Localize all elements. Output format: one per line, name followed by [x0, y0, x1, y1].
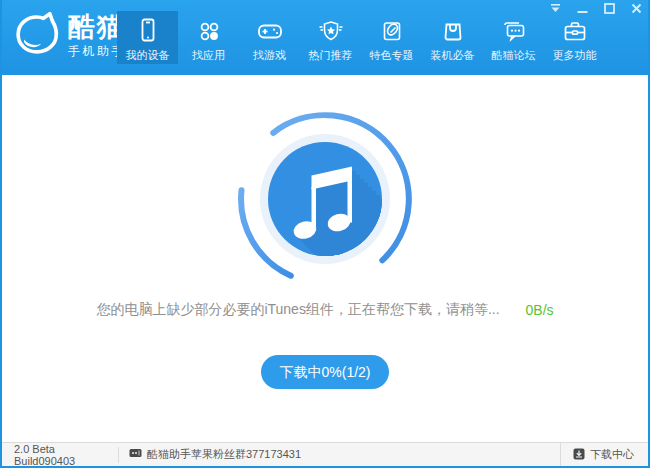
tab-forum[interactable]: 酷猫论坛 — [483, 11, 544, 64]
skin-menu-icon[interactable] — [549, 3, 561, 14]
tab-label: 找应用 — [192, 48, 225, 63]
group-chat-icon — [129, 448, 142, 461]
tab-label: 酷猫论坛 — [492, 48, 536, 63]
tab-label: 我的设备 — [126, 48, 170, 63]
app-logo: 酷猫 手机助手 — [14, 11, 126, 61]
tab-featured-topics[interactable]: 特色专题 — [361, 11, 422, 64]
qq-group-label: 酷猫助手苹果粉丝群377173431 — [147, 447, 301, 462]
tab-label: 特色专题 — [370, 48, 414, 63]
tab-label: 热门推荐 — [309, 48, 353, 63]
tab-label: 装机必备 — [431, 48, 475, 63]
tab-label: 更多功能 — [553, 48, 597, 63]
smartphone-icon — [136, 16, 160, 46]
itunes-download-spinner — [235, 109, 415, 289]
tab-more-features[interactable]: 更多功能 — [544, 11, 605, 64]
tab-essential-apps[interactable]: 装机必备 — [422, 11, 483, 64]
app-window: 酷猫 手机助手 我的设备 — [0, 0, 650, 468]
star-badge-icon — [318, 16, 344, 46]
qq-group-link[interactable]: 酷猫助手苹果粉丝群377173431 — [119, 447, 560, 462]
tab-my-device[interactable]: 我的设备 — [117, 11, 178, 64]
tab-find-apps[interactable]: 找应用 — [178, 11, 239, 64]
header: 酷猫 手机助手 我的设备 — [0, 0, 650, 75]
tab-hot-recommend[interactable]: 热门推荐 — [300, 11, 361, 64]
chat-bubbles-icon — [501, 16, 527, 46]
close-icon[interactable] — [630, 3, 642, 14]
status-bar: 2.0 Beta Build090403 酷猫助手苹果粉丝群377173431 … — [2, 442, 648, 466]
paperclip-note-icon — [380, 16, 404, 46]
window-controls — [549, 3, 642, 14]
cat-logo-icon — [14, 11, 60, 61]
version-label: 2.0 Beta Build090403 — [2, 443, 118, 467]
main-nav: 我的设备 找应用 — [117, 11, 605, 64]
tab-label: 找游戏 — [253, 48, 286, 63]
downloading-progress-button[interactable]: 下载中0%(1/2) — [261, 355, 388, 389]
apps-grid-icon — [197, 16, 221, 46]
download-speed: 0B/s — [526, 302, 554, 318]
maximize-icon[interactable] — [603, 3, 615, 14]
shopping-bag-icon — [441, 16, 465, 46]
briefcase-icon — [562, 16, 588, 46]
tab-find-games[interactable]: 找游戏 — [239, 11, 300, 64]
download-center-button[interactable]: 下载中心 — [560, 443, 648, 466]
download-center-icon — [573, 448, 585, 462]
download-center-label: 下载中心 — [590, 447, 634, 462]
download-status-row: 您的电脑上缺少部分必要的iTunes组件，正在帮您下载，请稍等... 0B/s — [2, 301, 648, 319]
gamepad-icon — [257, 16, 283, 46]
minimize-icon[interactable] — [576, 3, 588, 14]
status-message: 您的电脑上缺少部分必要的iTunes组件，正在帮您下载，请稍等... — [96, 301, 499, 319]
main-content: 您的电脑上缺少部分必要的iTunes组件，正在帮您下载，请稍等... 0B/s … — [2, 75, 648, 442]
